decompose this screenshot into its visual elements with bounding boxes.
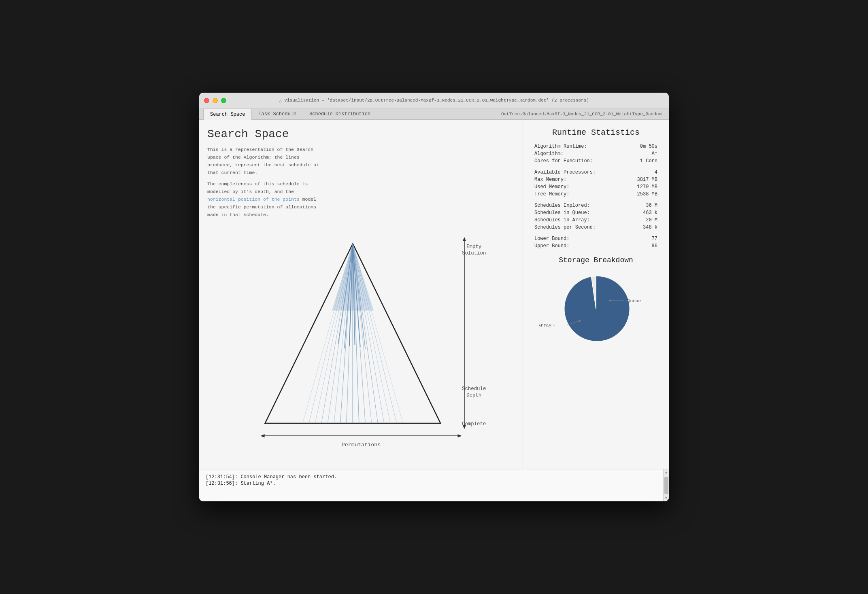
page-title: Search Space	[207, 128, 515, 140]
filename-label: OutTree-Balanced-MaxBf-3_Nodes_21_CCR_2.…	[501, 109, 665, 119]
svg-marker-7	[462, 425, 466, 429]
console-line-1: [12:31:54]: Console Manager has been sta…	[206, 474, 662, 480]
svg-marker-49	[457, 434, 462, 437]
svg-text:Empty: Empty	[466, 244, 482, 250]
titlebar: △ Visualisation - 'dataset/input/2p_OutT…	[199, 93, 669, 109]
stat-label: Used Memory:	[533, 183, 625, 191]
stat-value: 36 M	[625, 202, 659, 209]
stat-label: Upper Bound:	[533, 242, 625, 250]
svg-marker-6	[462, 237, 466, 241]
visualization-area: Empty Solution Schedule Depth Complete	[207, 227, 515, 461]
stats-title: Runtime Statistics	[533, 128, 659, 137]
scroll-down-button[interactable]: ▼	[664, 495, 668, 501]
stat-value: 4	[625, 169, 659, 176]
svg-point-52	[579, 320, 581, 322]
description-1: This is a representation of the Search S…	[207, 146, 321, 177]
pie-chart: Array ◦ Queue ◦	[539, 268, 653, 349]
main-content: Search Space This is a representation of…	[199, 120, 669, 469]
stat-value: 20 M	[625, 216, 659, 224]
stat-value: 0m 50s	[625, 143, 659, 150]
tab-task-schedule[interactable]: Task Schedule	[252, 109, 303, 119]
stat-row-schedules-per-second: Schedules per Second: 348 k	[533, 224, 659, 231]
window-title: △ Visualisation - 'dataset/input/2p_OutT…	[279, 98, 589, 104]
stat-label: Free Memory:	[533, 191, 625, 198]
svg-text:Permutations: Permutations	[341, 442, 381, 448]
stat-label: Schedules in Queue:	[533, 209, 625, 216]
window-controls	[204, 98, 226, 103]
stat-label: Algorithm Runtime:	[533, 143, 625, 150]
tab-schedule-distribution[interactable]: Schedule Distribution	[303, 109, 377, 119]
scroll-up-button[interactable]: ▲	[664, 469, 668, 476]
svg-text:Schedule: Schedule	[462, 386, 485, 392]
main-window: △ Visualisation - 'dataset/input/2p_OutT…	[199, 93, 669, 502]
stat-value: 3817 MB	[625, 176, 659, 183]
stat-row-available-processors: Available Processors: 4	[533, 169, 659, 176]
right-panel: Runtime Statistics Algorithm Runtime: 0m…	[523, 120, 669, 469]
svg-text:◦: ◦	[625, 299, 628, 303]
stat-row-used-memory: Used Memory: 1279 MB	[533, 183, 659, 191]
stat-row-algorithm: Algorithm: A*	[533, 150, 659, 157]
scroll-thumb[interactable]	[664, 477, 668, 494]
stat-value: A*	[625, 150, 659, 157]
stat-label: Max Memory:	[533, 176, 625, 183]
console-line-2: [12:31:56]: Starting A*.	[206, 481, 662, 486]
left-panel: Search Space This is a representation of…	[199, 120, 523, 469]
stat-label: Schedules Explored:	[533, 202, 625, 209]
vertical-scrollbar[interactable]: ▲ ▼	[663, 469, 669, 501]
maximize-button[interactable]	[221, 98, 226, 103]
stat-row-algorithm-runtime: Algorithm Runtime: 0m 50s	[533, 143, 659, 150]
svg-text:Solution: Solution	[462, 250, 485, 256]
stat-value: 463 k	[625, 209, 659, 216]
svg-text:◦: ◦	[553, 323, 555, 328]
stat-value: 348 k	[625, 224, 659, 231]
search-space-visualization: Empty Solution Schedule Depth Complete	[232, 227, 491, 461]
stat-row-lower-bound: Lower Bound: 77	[533, 235, 659, 242]
svg-marker-48	[260, 434, 264, 437]
description-2: The completeness of this schedule is mod…	[207, 180, 321, 219]
stat-row-upper-bound: Upper Bound: 96	[533, 242, 659, 250]
stat-value: 2538 MB	[625, 191, 659, 198]
highlight-text: horizontal position of the points	[207, 197, 300, 202]
storage-title: Storage Breakdown	[533, 256, 659, 264]
tab-list: Search Space Task Schedule Schedule Dist…	[203, 109, 377, 119]
stats-table: Algorithm Runtime: 0m 50s Algorithm: A* …	[533, 143, 659, 250]
stat-label: Cores for Execution:	[533, 157, 625, 165]
tabbar: Search Space Task Schedule Schedule Dist…	[199, 109, 669, 120]
stat-label: Available Processors:	[533, 169, 625, 176]
stat-value: 1 Core	[625, 157, 659, 165]
stat-row-schedules-queue: Schedules in Queue: 463 k	[533, 209, 659, 216]
stat-row-max-memory: Max Memory: 3817 MB	[533, 176, 659, 183]
stat-label: Schedules in Array:	[533, 216, 625, 224]
console-area: [12:31:54]: Console Manager has been sta…	[199, 469, 669, 501]
stat-value: 1279 MB	[625, 183, 659, 191]
pie-queue-label: Queue	[628, 299, 641, 303]
stat-row-schedules-explored: Schedules Explored: 36 M	[533, 202, 659, 209]
stat-row-cores: Cores for Execution: 1 Core	[533, 157, 659, 165]
pie-chart-container: Array ◦ Queue ◦	[533, 268, 659, 349]
stat-label: Algorithm:	[533, 150, 625, 157]
tab-search-space[interactable]: Search Space	[203, 109, 252, 120]
stat-row-free-memory: Free Memory: 2538 MB	[533, 191, 659, 198]
svg-point-55	[609, 300, 611, 301]
stat-label: Lower Bound:	[533, 235, 625, 242]
stat-label: Schedules per Second:	[533, 224, 625, 231]
warning-icon: △	[279, 98, 282, 104]
pie-array-segment	[565, 276, 630, 341]
stat-value: 96	[625, 242, 659, 250]
stat-row-schedules-array: Schedules in Array: 20 M	[533, 216, 659, 224]
pie-array-label: Array	[539, 323, 551, 328]
stat-value: 77	[625, 235, 659, 242]
close-button[interactable]	[204, 98, 209, 103]
svg-text:Depth: Depth	[466, 392, 481, 398]
minimize-button[interactable]	[213, 98, 218, 103]
